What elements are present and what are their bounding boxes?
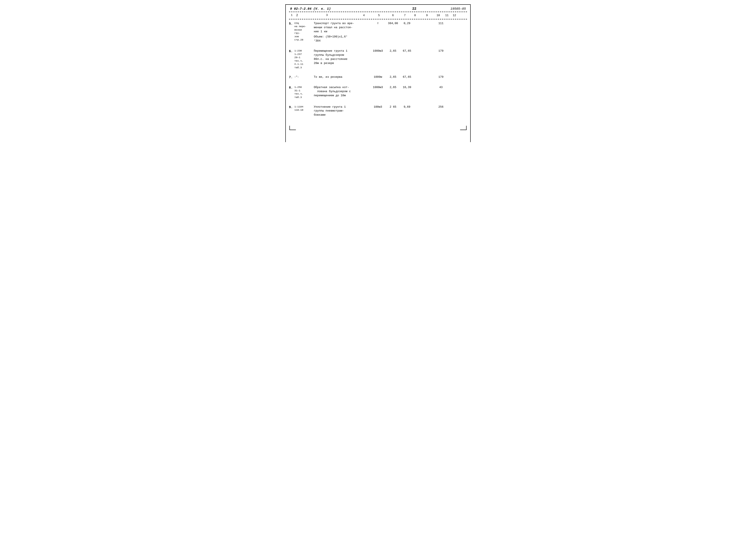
row-9-col9: 256 — [434, 105, 447, 109]
col-header-2: 2 — [294, 13, 300, 17]
row-num-8: 8. — [289, 86, 294, 90]
bottom-left-corner — [289, 126, 296, 130]
row-7-ref: –"– — [294, 75, 314, 79]
column-header-row: 1 2 3 4 5 6 7 8 9 10 11 12 — [289, 13, 467, 18]
row-7-col9: 179 — [434, 75, 447, 79]
table-body: 5. ССЦ на пере- возки гру- зов стр.28 Тр… — [289, 21, 467, 117]
row-8-unit: 1000м3 — [370, 86, 386, 89]
table-row: 8. 1–256 31–1 тех.ч. таб.3 Обратная засы… — [289, 86, 467, 99]
table-row: 7. –"– То же, из резерва 1000м 2,65 67,6… — [289, 75, 467, 79]
row-6-col6: 67,65 — [400, 49, 414, 53]
row-7-col5: 2,65 — [386, 75, 400, 79]
right-number: 19505–05 — [450, 7, 466, 11]
row-5-col6: 0,29 — [400, 21, 414, 26]
row-5-ref: ССЦ на пере- возки гру- зов стр.28 — [294, 21, 314, 41]
top-bar: 9 02–7–2.84 (V. к. 1) 22 19505–05 — [289, 7, 467, 11]
row-num-5: 5. — [289, 21, 294, 26]
col-header-1: 1 — [289, 13, 294, 17]
row-9-unit: 100м3 — [370, 105, 386, 109]
row-8-col5: 2,65 — [386, 86, 400, 89]
row-8-col9: 43 — [434, 86, 447, 89]
row-5-col5: 384,00 — [386, 21, 400, 26]
col-header-10: 10 — [433, 14, 443, 17]
row-6-col5: 2,65 — [386, 49, 400, 53]
row-num-6: 6. — [289, 49, 294, 53]
top-dashed-line — [289, 12, 467, 12]
table-row: 5. ССЦ на пере- возки гру- зов стр.28 Тр… — [289, 21, 467, 43]
page-container: 9 02–7–2.84 (V. к. 1) 22 19505–05 1 2 3 … — [285, 4, 471, 142]
row-9-col5: 2 65 — [386, 105, 400, 109]
row-6-ref: 1–230 1–237 29–1 тех.ч. п.1.11 таб.3 — [294, 49, 314, 69]
row-8-ref: 1–256 31–1 тех.ч. таб.3 — [294, 86, 314, 99]
col-header-8: 8 — [410, 14, 420, 17]
row-6-desc: Перемещение грунта 1 группы бульдозером … — [314, 49, 370, 65]
table-row: 9. 1–1184 118–10 Уплотнение грунта 1 гру… — [289, 105, 467, 117]
row-9-col6: 9,69 — [400, 105, 414, 109]
row-7-unit: 1000м — [370, 75, 386, 79]
row-num-9: 9. — [289, 105, 294, 109]
row-6-col9: 179 — [434, 49, 447, 53]
header-dashed-line — [289, 19, 467, 19]
row-5-col9: 111 — [434, 21, 447, 26]
bottom-right-corner — [460, 126, 467, 130]
col-header-12: 12 — [451, 14, 458, 17]
row-5-desc: Транспорт грунта во вре- менши отвал на … — [314, 21, 370, 43]
row-7-desc: То же, из резерва — [314, 75, 370, 79]
doc-ref: 9 02–7–2.84 (V. к. 1) — [290, 7, 331, 11]
col-header-4: 4 — [356, 14, 372, 17]
col-header-9: 9 — [420, 14, 433, 17]
row-num-7: 7. — [289, 75, 294, 79]
row-9-ref: 1–1184 118–10 — [294, 105, 314, 112]
col-header-3: 3 — [300, 13, 356, 17]
row-8-desc: Обратная засыпка кот- лована бульдозером… — [314, 86, 370, 98]
row-5-unit: т — [370, 21, 386, 26]
col-header-5: 5 — [372, 14, 386, 17]
center-number: 22 — [412, 7, 417, 11]
row-7-col6: 67,65 — [400, 75, 414, 79]
row-6-unit: 1000м3 — [370, 49, 386, 53]
bottom-corners — [289, 126, 467, 130]
col-header-7: 7 — [400, 14, 410, 17]
table-row: 6. 1–230 1–237 29–1 тех.ч. п.1.11 таб.3 … — [289, 49, 467, 69]
row-8-col6: 16,39 — [400, 86, 414, 89]
row-9-desc: Уплотнение грунта 1 группы пневмотрам- б… — [314, 105, 370, 117]
col-header-6: 6 — [386, 14, 400, 17]
col-header-11: 11 — [443, 14, 451, 17]
